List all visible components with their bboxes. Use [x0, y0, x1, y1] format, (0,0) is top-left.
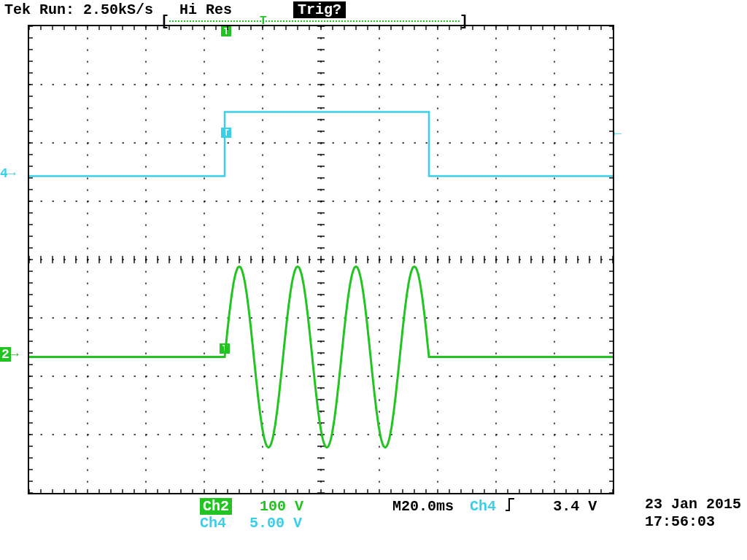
ch4-scale: 5.00 V — [249, 515, 302, 532]
edge-rising-icon — [505, 497, 515, 512]
arrow-right-icon: → — [11, 347, 19, 362]
trig-source-tag: Ch4 — [470, 498, 496, 515]
record-bar-line — [169, 20, 460, 22]
readout-line: Ch2 100 V M20.0ms Ch4 3.4 V Ch4 5.00 V — [28, 496, 597, 532]
ch4-ground-num: 4 — [0, 166, 8, 181]
time-label: 17:56:03 — [645, 513, 741, 531]
timestamp: 23 Jan 2015 17:56:03 — [645, 496, 741, 531]
ch2-ground-num: 2 — [0, 347, 11, 362]
ch4-tag: Ch4 — [200, 515, 226, 532]
scope-plot-svg — [29, 26, 613, 493]
timebase-label: M20.0ms — [392, 498, 454, 515]
trigger-status: Trig? — [293, 1, 346, 18]
run-label: Tek Run: 2.50kS/s — [4, 1, 153, 18]
ch2-trace — [29, 267, 613, 448]
record-bar: [ T ] — [165, 18, 464, 25]
scope-display — [28, 25, 614, 494]
ch4-ground-marker: 4→ — [0, 166, 26, 179]
arrow-right-icon: → — [8, 166, 16, 181]
ch2-tag: Ch2 — [200, 498, 232, 515]
ch2-scale: 100 V — [260, 498, 303, 515]
scope-topbar: Tek Run: 2.50kS/s Hi Res Trig? — [3, 1, 744, 18]
hires-label: Hi Res — [179, 1, 232, 18]
trig-level: 3.4 V — [553, 498, 597, 515]
ch2-ground-marker: 2→ — [0, 347, 26, 360]
ticks — [29, 26, 613, 493]
date-label: 23 Jan 2015 — [645, 496, 741, 513]
